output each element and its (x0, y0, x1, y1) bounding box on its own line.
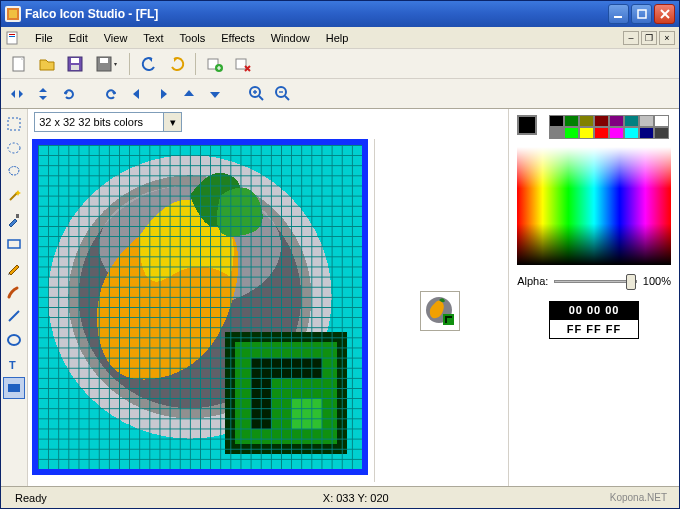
background-hex[interactable]: FF FF FF (549, 319, 639, 339)
svg-rect-25 (8, 240, 20, 248)
shift-right-button[interactable] (153, 83, 173, 105)
preview-panel (374, 139, 504, 482)
close-button[interactable] (654, 4, 675, 24)
svg-rect-11 (71, 58, 79, 63)
svg-rect-24 (16, 214, 19, 218)
palette-swatch[interactable] (579, 115, 594, 127)
menu-help[interactable]: Help (318, 29, 357, 47)
menubar: File Edit View Text Tools Effects Window… (1, 27, 679, 49)
menu-file[interactable]: File (27, 29, 61, 47)
palette-swatch[interactable] (564, 115, 579, 127)
alpha-slider-thumb[interactable] (626, 274, 636, 290)
svg-rect-42 (445, 316, 447, 323)
palette-swatch[interactable] (654, 115, 669, 127)
palette-swatch[interactable] (624, 115, 639, 127)
palette-swatch[interactable] (639, 115, 654, 127)
save-button[interactable] (63, 52, 87, 76)
zoom-out-button[interactable] (273, 83, 293, 105)
menu-text[interactable]: Text (135, 29, 171, 47)
pixel-canvas[interactable] (32, 139, 368, 475)
current-color-swatch[interactable] (517, 115, 537, 135)
work-area: T 32 x 32 32 bits colors ▾ (1, 109, 679, 486)
text-tool[interactable]: T (3, 353, 25, 375)
alpha-label: Alpha: (517, 275, 548, 287)
add-format-button[interactable] (203, 52, 227, 76)
svg-rect-14 (100, 58, 108, 63)
watermark: Kopona.NET (610, 492, 673, 503)
svg-rect-6 (7, 32, 17, 44)
palette-swatch[interactable] (654, 127, 669, 139)
menu-effects[interactable]: Effects (213, 29, 262, 47)
rotate-ccw-button[interactable] (59, 83, 79, 105)
new-button[interactable] (7, 52, 31, 76)
color-gradient-picker[interactable] (517, 147, 671, 265)
palette-swatch[interactable] (594, 127, 609, 139)
status-ready: Ready (7, 492, 55, 504)
app-icon (5, 6, 21, 22)
svg-line-21 (285, 96, 289, 100)
palette-swatch[interactable] (564, 127, 579, 139)
foreground-hex[interactable]: 00 00 00 (549, 301, 639, 319)
svg-rect-12 (71, 65, 79, 70)
svg-rect-7 (9, 34, 15, 35)
flip-v-button[interactable] (33, 83, 53, 105)
filled-rect-tool[interactable] (3, 377, 25, 399)
palette-swatch[interactable] (579, 127, 594, 139)
format-select[interactable]: 32 x 32 32 bits colors (34, 112, 164, 132)
tool-palette: T (1, 109, 28, 486)
shift-up-button[interactable] (179, 83, 199, 105)
format-dropdown-button[interactable]: ▾ (164, 112, 182, 132)
rect-select-tool[interactable] (3, 113, 25, 135)
mdi-restore-button[interactable]: ❐ (641, 31, 657, 45)
remove-format-button[interactable] (231, 52, 255, 76)
main-toolbar (1, 49, 679, 79)
transform-toolbar (1, 79, 679, 109)
shift-down-button[interactable] (205, 83, 225, 105)
zoom-in-button[interactable] (247, 83, 267, 105)
application-window: Falco Icon Studio - [FL] File Edit View … (0, 0, 680, 509)
window-title: Falco Icon Studio - [FL] (25, 7, 608, 21)
menu-view[interactable]: View (96, 29, 136, 47)
svg-rect-40 (443, 314, 454, 325)
color-palette (549, 115, 669, 139)
palette-swatch[interactable] (639, 127, 654, 139)
flip-h-button[interactable] (7, 83, 27, 105)
lasso-tool[interactable] (3, 161, 25, 183)
mdi-close-button[interactable]: × (659, 31, 675, 45)
palette-swatch[interactable] (609, 115, 624, 127)
redo-button[interactable] (165, 52, 189, 76)
undo-button[interactable] (137, 52, 161, 76)
palette-swatch[interactable] (609, 127, 624, 139)
ellipse-select-tool[interactable] (3, 137, 25, 159)
alpha-slider[interactable] (554, 280, 637, 283)
pencil-tool[interactable] (3, 257, 25, 279)
svg-line-19 (259, 96, 263, 100)
palette-swatch[interactable] (549, 115, 564, 127)
statusbar: Ready X: 033 Y: 020 Kopona.NET (1, 486, 679, 508)
icon-preview (420, 291, 460, 331)
brush-tool[interactable] (3, 281, 25, 303)
save-as-button[interactable] (91, 52, 123, 76)
rectangle-tool[interactable] (3, 233, 25, 255)
svg-point-27 (8, 335, 20, 345)
wand-tool[interactable] (3, 185, 25, 207)
minimize-button[interactable] (608, 4, 629, 24)
menu-tools[interactable]: Tools (172, 29, 214, 47)
menu-edit[interactable]: Edit (61, 29, 96, 47)
ellipse-tool[interactable] (3, 329, 25, 351)
color-panel: Alpha: 100% 00 00 00 FF FF FF (508, 109, 679, 486)
menu-window[interactable]: Window (263, 29, 318, 47)
rotate-cw-button[interactable] (101, 83, 121, 105)
shift-left-button[interactable] (127, 83, 147, 105)
line-tool[interactable] (3, 305, 25, 327)
palette-swatch[interactable] (594, 115, 609, 127)
svg-rect-1 (9, 10, 17, 18)
open-button[interactable] (35, 52, 59, 76)
palette-swatch[interactable] (624, 127, 639, 139)
eyedropper-tool[interactable] (3, 209, 25, 231)
maximize-button[interactable] (631, 4, 652, 24)
palette-swatch[interactable] (549, 127, 564, 139)
mdi-minimize-button[interactable]: – (623, 31, 639, 45)
svg-text:T: T (9, 359, 16, 371)
svg-rect-22 (8, 118, 20, 130)
